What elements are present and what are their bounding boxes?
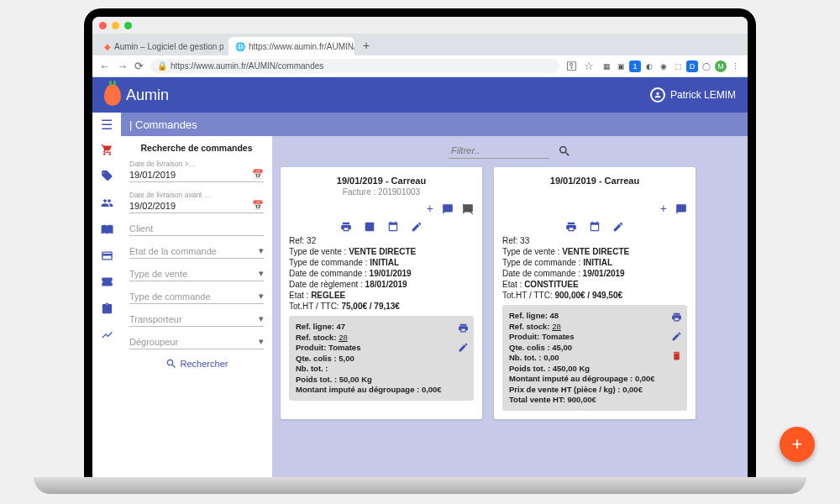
edit-icon[interactable]	[458, 340, 469, 353]
tab-title: Aumin – Logiciel de gestion pou…	[114, 42, 223, 51]
add-icon[interactable]: +	[660, 202, 667, 215]
card-header: 19/01/2019 - Carreau	[502, 176, 687, 186]
fab-add-button[interactable]: +	[780, 427, 815, 462]
type-vente-field[interactable]: Type de vente ▾	[129, 267, 264, 281]
calendar-icon[interactable]: 📅	[252, 169, 264, 180]
ref-line: Ref: 33	[502, 236, 687, 245]
extension-icon[interactable]: ▦	[601, 60, 612, 72]
degroupeur-field[interactable]: Dégroupeur ▾	[129, 335, 264, 349]
minimize-window-icon[interactable]	[112, 22, 119, 29]
line-detail: Ref. ligne: 48 Ref. stock: 28 Produit: T…	[502, 305, 687, 411]
reload-icon[interactable]: ⟳	[134, 60, 144, 72]
date-after-field[interactable]: Date de livraison >… 19/01/2019 📅	[129, 160, 264, 182]
card-invoice: Facture : 201901003	[289, 187, 474, 197]
search-panel: Recherche de commandes Date de livraison…	[121, 136, 272, 479]
tab-title: https://www.aumin.fr/AUMIN/c…	[249, 42, 354, 51]
key-icon[interactable]: ⚿	[566, 60, 577, 72]
tag-icon[interactable]	[101, 168, 113, 183]
notebook-icon[interactable]	[364, 218, 375, 232]
address-bar: ← → ⟳ 🔒 https://www.aumin.fr/AUMIN/comma…	[92, 55, 748, 77]
search-button[interactable]: Rechercher	[129, 358, 264, 370]
chart-icon[interactable]	[101, 327, 113, 342]
print-icon[interactable]	[458, 321, 469, 333]
user-name: Patrick LEMIM	[670, 89, 736, 101]
transporteur-field[interactable]: Transporteur ▾	[129, 312, 264, 327]
user-menu[interactable]: Patrick LEMIM	[650, 87, 736, 102]
chevron-down-icon: ▾	[259, 245, 264, 256]
url-text: https://www.aumin.fr/AUMIN/commandes	[171, 61, 323, 71]
order-card: 19/01/2019 - Carreau + Ref: 33 Type de v…	[494, 167, 696, 419]
search-title: Recherche de commandes	[129, 143, 264, 153]
favicon-icon: ◆	[104, 42, 111, 51]
ticket-icon[interactable]	[101, 274, 113, 289]
order-card: 19/01/2019 - Carreau Facture : 201901003…	[281, 167, 482, 419]
search-icon[interactable]	[558, 144, 571, 159]
browser-tab-1[interactable]: ◆ Aumin – Logiciel de gestion pou… ×	[97, 37, 223, 55]
new-tab-button[interactable]: +	[354, 35, 378, 55]
print-icon[interactable]	[340, 218, 352, 232]
type-cmd-field[interactable]: Type de commande ▾	[129, 290, 264, 304]
carrot-icon	[104, 84, 121, 106]
message-icon[interactable]	[675, 202, 687, 215]
app-logo[interactable]: Aumin	[104, 84, 169, 106]
laptop-base	[34, 477, 806, 494]
extension-icon[interactable]: ◐	[643, 60, 655, 72]
chevron-down-icon: ▾	[259, 291, 264, 302]
mac-window-controls	[92, 17, 748, 34]
lock-icon: 🔒	[157, 61, 167, 71]
browser-tabs: ◆ Aumin – Logiciel de gestion pou… × 🌐 h…	[92, 34, 748, 55]
book-icon[interactable]	[101, 221, 113, 236]
cart-icon[interactable]	[101, 141, 113, 156]
people-icon[interactable]	[101, 194, 113, 209]
app-header: Aumin Patrick LEMIM	[92, 77, 748, 113]
favicon-icon: 🌐	[235, 42, 245, 51]
message-off-icon[interactable]	[462, 202, 474, 215]
user-icon	[650, 87, 665, 102]
client-field[interactable]: Client	[129, 222, 264, 236]
etat-field[interactable]: Etat de la commande ▾	[129, 244, 264, 259]
date-before-field[interactable]: Date de livraison avant … 19/02/2019 📅	[129, 191, 264, 213]
clipboard-icon[interactable]	[101, 300, 113, 315]
sidebar	[92, 136, 121, 479]
filter-input[interactable]	[449, 143, 549, 159]
brand-name: Aumin	[126, 87, 169, 104]
extension-icon[interactable]: 1	[629, 60, 641, 72]
card-icon[interactable]	[101, 247, 113, 262]
back-icon[interactable]: ←	[99, 60, 110, 72]
close-window-icon[interactable]	[99, 22, 107, 29]
edit-icon[interactable]	[671, 329, 682, 342]
extension-icon[interactable]: ▣	[615, 60, 627, 72]
message-icon[interactable]	[442, 202, 454, 215]
edit-icon[interactable]	[411, 218, 423, 232]
page-title: | Commandes	[121, 118, 197, 131]
chevron-down-icon: ▾	[259, 268, 264, 279]
extension-icon[interactable]: ⬚	[672, 60, 684, 72]
edit-icon[interactable]	[612, 218, 624, 232]
extension-icon[interactable]: D	[686, 60, 698, 72]
ref-line: Ref: 32	[289, 236, 474, 245]
forward-icon[interactable]: →	[117, 60, 128, 72]
browser-tab-2[interactable]: 🌐 https://www.aumin.fr/AUMIN/c… ×	[228, 37, 354, 55]
menu-icon[interactable]: ⋮	[729, 60, 741, 72]
subheader: ☰ | Commandes	[92, 113, 748, 136]
calendar-icon[interactable]	[589, 218, 601, 232]
print-icon[interactable]	[565, 218, 577, 232]
chevron-down-icon: ▾	[259, 336, 264, 347]
delete-icon[interactable]	[671, 349, 682, 361]
calendar-icon[interactable]: 📅	[252, 200, 264, 211]
url-input[interactable]: 🔒 https://www.aumin.fr/AUMIN/commandes	[150, 59, 559, 73]
line-detail: Ref. ligne: 47 Ref. stock: 28 Produit: T…	[289, 316, 474, 401]
chevron-down-icon: ▾	[259, 313, 264, 324]
profile-avatar-icon[interactable]: M	[715, 60, 727, 72]
extension-icon[interactable]: ◯	[701, 60, 712, 72]
add-icon[interactable]: +	[427, 202, 433, 215]
menu-toggle-button[interactable]: ☰	[92, 113, 121, 136]
extension-icon[interactable]: ◉	[658, 60, 669, 72]
card-header: 19/01/2019 - Carreau	[289, 176, 474, 186]
main-content: 19/01/2019 - Carreau Facture : 201901003…	[272, 136, 748, 479]
print-icon[interactable]	[671, 310, 682, 323]
calendar-icon[interactable]	[387, 218, 399, 232]
star-icon[interactable]: ☆	[584, 60, 594, 72]
maximize-window-icon[interactable]	[124, 22, 132, 29]
